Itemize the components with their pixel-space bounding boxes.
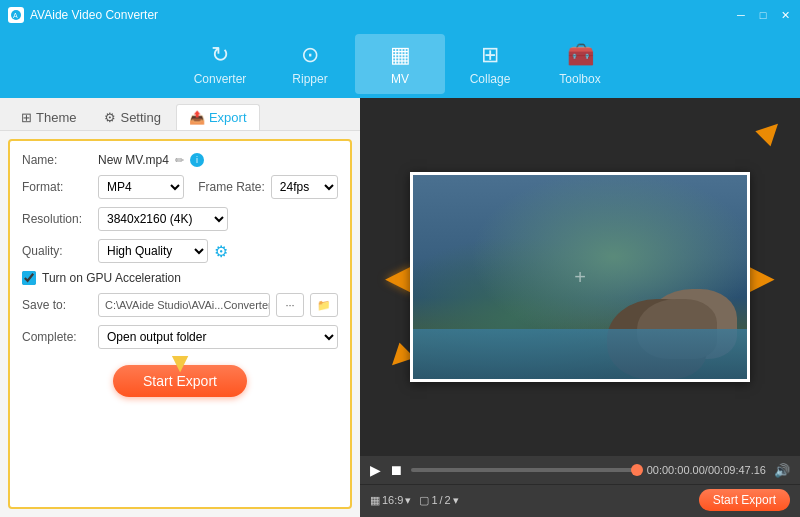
quality-select[interactable]: High Quality (98, 239, 208, 263)
video-frame-inner: + (413, 175, 747, 379)
tab-theme-label: Theme (36, 110, 76, 125)
ripper-icon: ⊙ (301, 42, 319, 68)
app-title: AVAide Video Converter (30, 8, 158, 22)
left-panel: ⊞ Theme ⚙ Setting 📤 Export Name: New MV.… (0, 98, 360, 517)
video-controls: ▶ ⏹ 00:00:00.00/00:09:47.16 🔊 (360, 456, 800, 484)
aspect-ratio-value: 16:9 (382, 494, 403, 506)
tab-export-label: Export (209, 110, 247, 125)
resolution-select[interactable]: 3840x2160 (4K) (98, 207, 228, 231)
edit-name-icon[interactable]: ✏ (175, 154, 184, 167)
format-select[interactable]: MP4 (98, 175, 184, 199)
path-more-button[interactable]: ··· (276, 293, 304, 317)
center-plus-icon: + (574, 266, 586, 289)
tab-export[interactable]: 📤 Export (176, 104, 260, 130)
down-arrow-icon: ▼ (166, 347, 194, 379)
path-folder-button[interactable]: 📁 (310, 293, 338, 317)
complete-row: Complete: Open output folder (22, 325, 338, 349)
framerate-label: Frame Rate: (198, 180, 265, 194)
time-total: 00:09:47.16 (708, 464, 766, 476)
main-content: ⊞ Theme ⚙ Setting 📤 Export Name: New MV.… (0, 98, 800, 517)
nav-mv[interactable]: ▦ MV (355, 34, 445, 94)
aspect-ratio-chevron: ▾ (405, 494, 411, 507)
resolution-label: Resolution: (22, 212, 92, 226)
name-row-inner: New MV.mp4 ✏ i (98, 153, 204, 167)
svg-text:A: A (13, 12, 18, 19)
resolution-row: Resolution: 3840x2160 (4K) (22, 207, 338, 231)
nav-ripper-label: Ripper (292, 72, 327, 86)
tab-bar: ⊞ Theme ⚙ Setting 📤 Export (0, 98, 360, 131)
export-icon: 📤 (189, 110, 205, 125)
stop-button[interactable]: ⏹ (389, 462, 403, 478)
aspect-ratio-icon: ▦ (370, 494, 380, 507)
save-path-text: C:\AVAide Studio\AVAi...Converter\MV Exp… (105, 299, 270, 311)
arrow-left-icon: ◀ (385, 256, 413, 298)
time-current: 00:00:00.00 (647, 464, 705, 476)
quality-row: Quality: High Quality ⚙ (22, 239, 338, 263)
save-to-label: Save to: (22, 298, 92, 312)
video-preview: ◀ ▶ ▶ ▶ + (360, 98, 800, 456)
nav-ripper[interactable]: ⊙ Ripper (265, 34, 355, 94)
quality-settings-icon[interactable]: ⚙ (214, 242, 228, 261)
arrow-top-right-icon: ▶ (750, 110, 789, 149)
minimize-button[interactable]: ─ (734, 8, 748, 22)
maximize-button[interactable]: □ (756, 8, 770, 22)
title-bar-left: A AVAide Video Converter (8, 7, 158, 23)
nav-collage-label: Collage (470, 72, 511, 86)
page-current: 1 (431, 494, 437, 506)
tab-setting[interactable]: ⚙ Setting (91, 104, 173, 130)
export-btn-container: ▼ Start Export (22, 357, 338, 401)
info-icon[interactable]: i (190, 153, 204, 167)
close-button[interactable]: ✕ (778, 8, 792, 22)
gpu-checkbox[interactable] (22, 271, 36, 285)
converter-icon: ↻ (211, 42, 229, 68)
page-total: 2 (445, 494, 451, 506)
video-frame: + (410, 172, 750, 382)
framerate-select[interactable]: 24fps (271, 175, 338, 199)
volume-icon[interactable]: 🔊 (774, 463, 790, 478)
aspect-ratio-selector[interactable]: ▦ 16:9 ▾ (370, 494, 411, 507)
format-label: Format: (22, 180, 92, 194)
time-display: 00:00:00.00/00:09:47.16 (647, 464, 766, 476)
page-chevron: ▾ (453, 494, 459, 507)
gpu-label: Turn on GPU Acceleration (42, 271, 181, 285)
right-panel: ◀ ▶ ▶ ▶ + ▶ ⏹ (360, 98, 800, 517)
complete-label: Complete: (22, 330, 92, 344)
nav-converter-label: Converter (194, 72, 247, 86)
progress-dot (631, 464, 643, 476)
arrow-right-icon: ▶ (747, 256, 775, 298)
nav-collage[interactable]: ⊞ Collage (445, 34, 535, 94)
nav-toolbox[interactable]: 🧰 Toolbox (535, 34, 625, 94)
save-path-display: C:\AVAide Studio\AVAi...Converter\MV Exp… (98, 293, 270, 317)
nav-mv-label: MV (391, 72, 409, 86)
nav-converter[interactable]: ↻ Converter (175, 34, 265, 94)
controls-row2: ▦ 16:9 ▾ ▢ 1/2 ▾ Start Export (360, 484, 800, 517)
page-count-selector[interactable]: ▢ 1/2 ▾ (419, 494, 458, 507)
tab-theme[interactable]: ⊞ Theme (8, 104, 89, 130)
page-icon: ▢ (419, 494, 429, 507)
app-logo: A (8, 7, 24, 23)
toolbox-icon: 🧰 (567, 42, 594, 68)
play-button[interactable]: ▶ (370, 462, 381, 478)
export-panel: Name: New MV.mp4 ✏ i Format: MP4 Frame R… (8, 139, 352, 509)
setting-gear-icon: ⚙ (104, 110, 116, 125)
gpu-row: Turn on GPU Acceleration (22, 271, 338, 285)
start-export-right-button[interactable]: Start Export (699, 489, 790, 511)
progress-bar[interactable] (411, 468, 639, 472)
name-value: New MV.mp4 (98, 153, 169, 167)
theme-grid-icon: ⊞ (21, 110, 32, 125)
tab-setting-label: Setting (120, 110, 160, 125)
collage-icon: ⊞ (481, 42, 499, 68)
quality-label: Quality: (22, 244, 92, 258)
format-row: Format: MP4 Frame Rate: 24fps (22, 175, 338, 199)
mv-icon: ▦ (390, 42, 411, 68)
name-row: Name: New MV.mp4 ✏ i (22, 153, 338, 167)
window-controls[interactable]: ─ □ ✕ (734, 8, 792, 22)
nav-bar: ↻ Converter ⊙ Ripper ▦ MV ⊞ Collage 🧰 To… (0, 30, 800, 98)
water-decoration (413, 329, 747, 379)
complete-select[interactable]: Open output folder (98, 325, 338, 349)
title-bar: A AVAide Video Converter ─ □ ✕ (0, 0, 800, 30)
nav-toolbox-label: Toolbox (559, 72, 600, 86)
name-label: Name: (22, 153, 92, 167)
save-to-row: Save to: C:\AVAide Studio\AVAi...Convert… (22, 293, 338, 317)
